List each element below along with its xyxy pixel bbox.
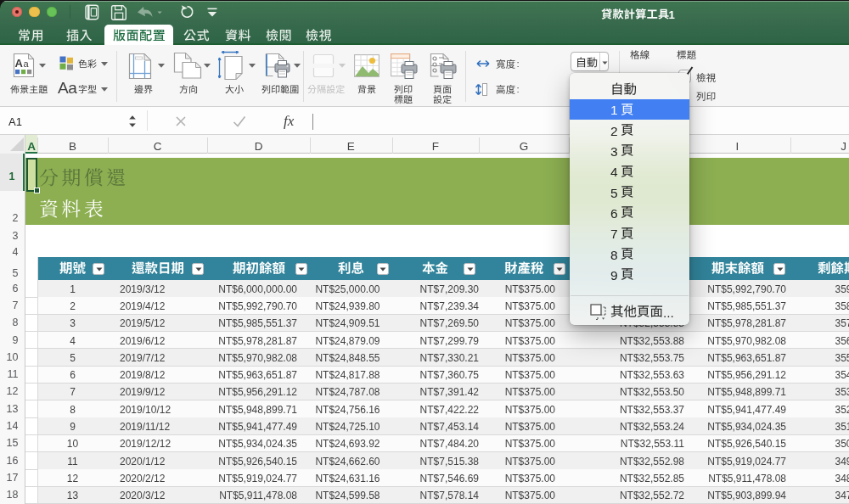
svg-text:a: a xyxy=(24,59,30,69)
svg-text:A: A xyxy=(15,57,24,70)
